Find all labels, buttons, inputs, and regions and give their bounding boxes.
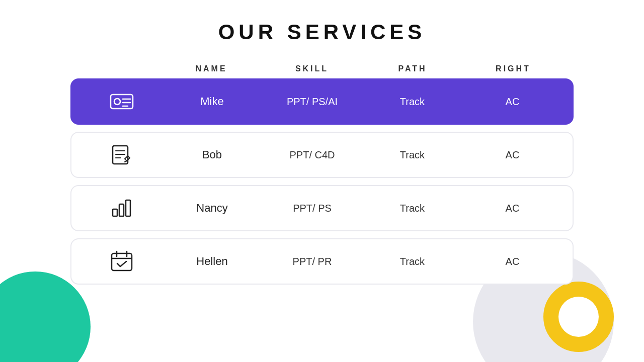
page-title: OUR SERVICES — [218, 20, 426, 44]
main-content: OUR SERVICES NAME SKILL PATH RIGHT Mike — [0, 0, 644, 292]
calendar-check-icon — [82, 248, 162, 275]
row-skill-hellen: PPT/ PR — [262, 256, 362, 267]
svg-rect-11 — [119, 204, 124, 216]
svg-rect-10 — [113, 209, 117, 216]
id-card-icon — [82, 88, 162, 115]
services-table: NAME SKILL PATH RIGHT Mike PPT/ PS/AI Tr… — [70, 64, 574, 292]
row-right-nancy: AC — [462, 203, 562, 214]
row-name-bob: Bob — [162, 148, 262, 161]
row-path-bob: Track — [362, 149, 462, 161]
header-name: NAME — [161, 64, 262, 73]
row-path-nancy: Track — [362, 203, 462, 214]
row-skill-mike: PPT/ PS/AI — [262, 96, 362, 108]
row-right-hellen: AC — [462, 256, 562, 267]
header-icon — [80, 64, 161, 73]
header-right: RIGHT — [463, 64, 564, 73]
header-path: PATH — [362, 64, 463, 73]
row-skill-nancy: PPT/ PS — [262, 203, 362, 214]
header-skill: SKILL — [262, 64, 362, 73]
table-header: NAME SKILL PATH RIGHT — [70, 64, 574, 73]
table-row[interactable]: Bob PPT/ C4D Track AC — [70, 132, 574, 178]
row-skill-bob: PPT/ C4D — [262, 149, 362, 161]
table-row[interactable]: Nancy PPT/ PS Track AC — [70, 185, 574, 231]
svg-rect-12 — [126, 200, 130, 216]
svg-line-9 — [125, 161, 127, 162]
row-path-mike: Track — [362, 96, 462, 108]
row-path-hellen: Track — [362, 256, 462, 267]
row-name-mike: Mike — [162, 95, 262, 108]
table-row[interactable]: Mike PPT/ PS/AI Track AC — [70, 78, 574, 125]
bar-chart-icon — [82, 195, 162, 221]
white-circle-decoration — [558, 297, 599, 337]
svg-rect-13 — [112, 253, 132, 270]
row-name-nancy: Nancy — [162, 202, 262, 215]
row-name-hellen: Hellen — [162, 255, 262, 268]
table-row[interactable]: Hellen PPT/ PR Track AC — [70, 238, 574, 285]
row-right-mike: AC — [462, 96, 562, 108]
row-right-bob: AC — [462, 149, 562, 161]
svg-point-1 — [114, 99, 120, 105]
clipboard-edit-icon — [82, 142, 162, 168]
